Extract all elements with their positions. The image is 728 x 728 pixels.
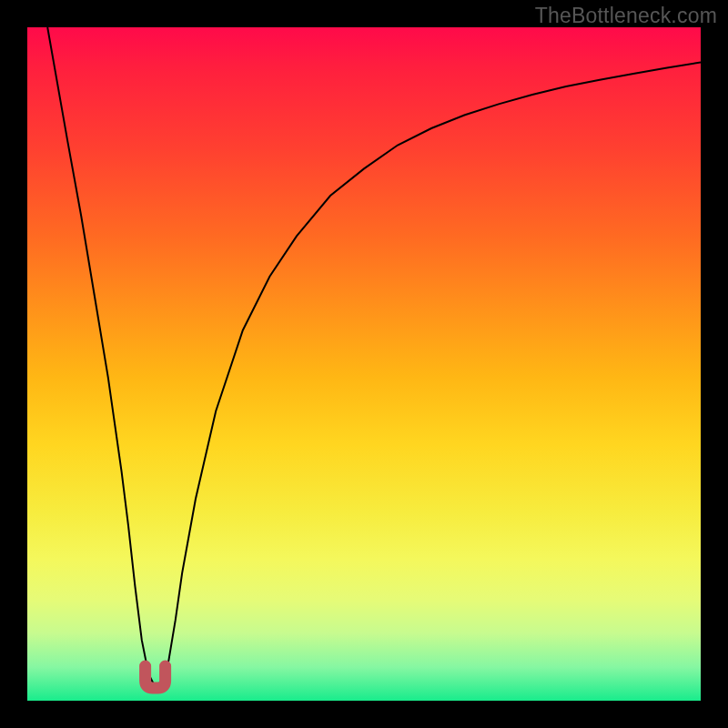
curve-left-branch [47,27,155,687]
attribution-text: TheBottleneck.com [535,4,717,28]
cusp-marker [146,666,166,688]
bottleneck-chart [27,27,701,701]
plot-area [27,27,701,701]
curve-right-branch [156,63,701,688]
